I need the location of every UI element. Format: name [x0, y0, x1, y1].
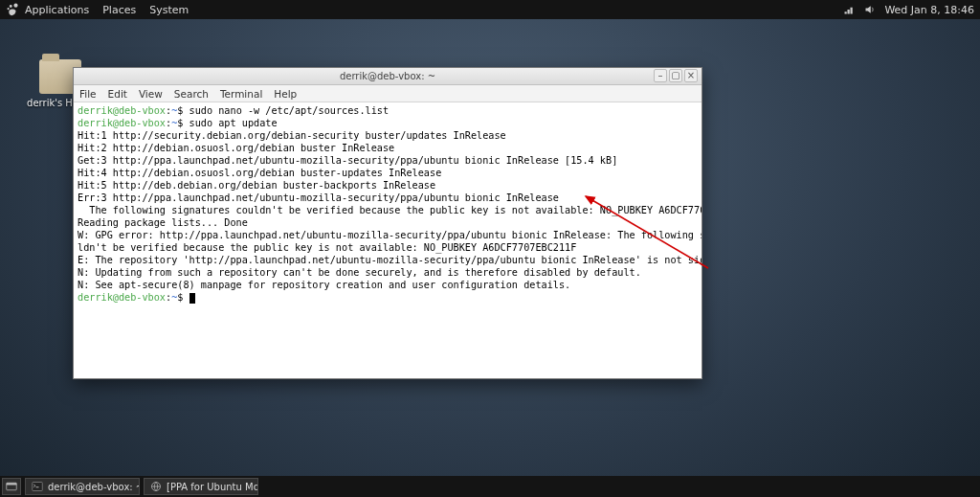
menu-search[interactable]: Search — [174, 88, 209, 100]
svg-rect-5 — [851, 8, 853, 14]
menu-help[interactable]: Help — [274, 88, 297, 100]
clock[interactable]: Wed Jan 8, 18:46 — [884, 4, 974, 16]
terminal-window: derrik@deb-vbox: ~ – ▢ × File Edit View … — [73, 67, 702, 379]
taskbar-item-browser[interactable]: [PPA for Ubuntu Mozill... — [144, 478, 258, 495]
close-button[interactable]: × — [684, 69, 698, 82]
svg-rect-8 — [7, 483, 17, 485]
terminal-icon — [32, 481, 43, 492]
svg-point-1 — [10, 5, 12, 8]
network-icon[interactable] — [842, 3, 856, 16]
window-titlebar[interactable]: derrik@deb-vbox: ~ – ▢ × — [74, 68, 702, 85]
menu-terminal[interactable]: Terminal — [220, 88, 262, 100]
window-title: derrik@deb-vbox: ~ — [340, 71, 435, 81]
svg-point-0 — [13, 4, 17, 8]
gnome-logo-icon — [6, 3, 19, 16]
menu-file[interactable]: File — [79, 88, 97, 100]
taskbar-item-label: [PPA for Ubuntu Mozill... — [167, 482, 258, 492]
taskbar-item-label: derrik@deb-vbox: ~ — [48, 482, 140, 492]
terminal-output[interactable]: derrik@deb-vbox:~$ sudo nano -w /etc/apt… — [74, 102, 702, 378]
globe-icon — [150, 481, 162, 492]
bottom-panel: derrik@deb-vbox: ~ [PPA for Ubuntu Mozil… — [0, 476, 980, 497]
show-desktop-button[interactable] — [2, 478, 21, 495]
top-panel: Applications Places System Wed Jan 8, 18… — [0, 0, 980, 19]
menu-view[interactable]: View — [139, 88, 163, 100]
menu-places[interactable]: Places — [102, 4, 136, 16]
maximize-button[interactable]: ▢ — [669, 69, 682, 82]
minimize-button[interactable]: – — [654, 69, 667, 82]
menu-system[interactable]: System — [149, 4, 189, 16]
menu-applications[interactable]: Applications — [25, 4, 89, 16]
volume-icon[interactable] — [863, 3, 877, 16]
svg-point-2 — [8, 8, 10, 10]
terminal-menubar: File Edit View Search Terminal Help — [74, 85, 702, 102]
menu-edit[interactable]: Edit — [108, 88, 127, 100]
svg-rect-3 — [845, 11, 847, 13]
svg-rect-9 — [33, 483, 43, 491]
taskbar-item-terminal[interactable]: derrik@deb-vbox: ~ — [25, 478, 140, 495]
svg-rect-4 — [848, 10, 850, 14]
